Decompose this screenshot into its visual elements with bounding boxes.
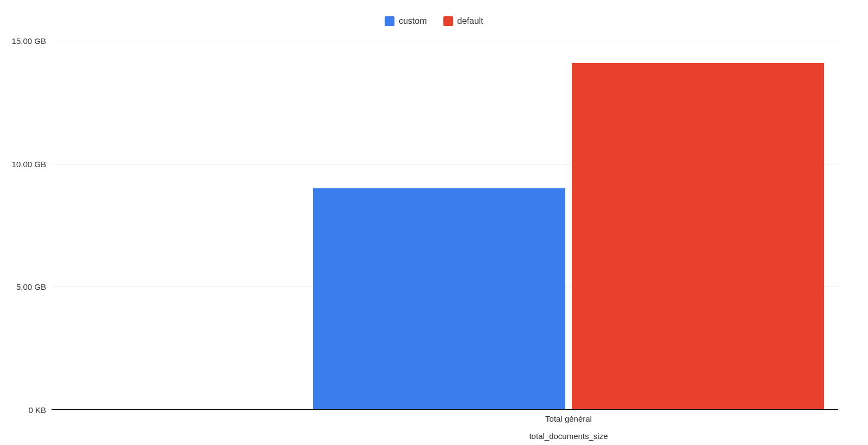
y-tick-0: 0 KB	[0, 405, 46, 415]
x-axis-title: total_documents_size	[529, 431, 608, 441]
plot-area: 15,00 GB 10,00 GB 5,00 GB 0 KB	[52, 41, 838, 410]
bar-custom	[313, 188, 565, 410]
y-tick-5: 5,00 GB	[0, 282, 46, 291]
legend-swatch-default	[443, 16, 453, 26]
y-tick-15: 15,00 GB	[0, 36, 46, 46]
bar-chart: custom default 15,00 GB 10,00 GB 5,00 GB…	[0, 11, 868, 445]
x-axis-line	[52, 409, 838, 410]
legend-label-default: default	[457, 16, 483, 26]
legend: custom default	[385, 16, 483, 26]
legend-label-custom: custom	[399, 16, 427, 26]
bar-default	[572, 63, 824, 410]
legend-item-custom: custom	[385, 16, 427, 26]
gridline-15	[52, 41, 838, 41]
y-tick-10: 10,00 GB	[0, 159, 46, 168]
legend-swatch-custom	[385, 16, 394, 26]
legend-item-default: default	[443, 16, 483, 26]
x-category-label: Total général	[545, 414, 592, 423]
